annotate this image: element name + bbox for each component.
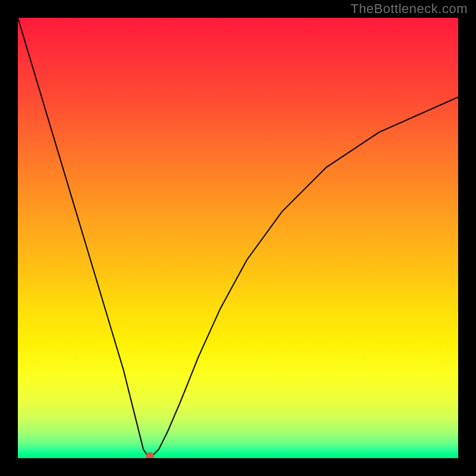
plot-area [18,18,458,458]
bottleneck-curve-path [18,18,458,456]
curve-layer [18,18,458,458]
optimal-point-marker [146,452,154,458]
watermark-text: TheBottleneck.com [350,1,468,17]
curve-svg [18,18,458,458]
chart-frame: TheBottleneck.com [0,0,476,476]
